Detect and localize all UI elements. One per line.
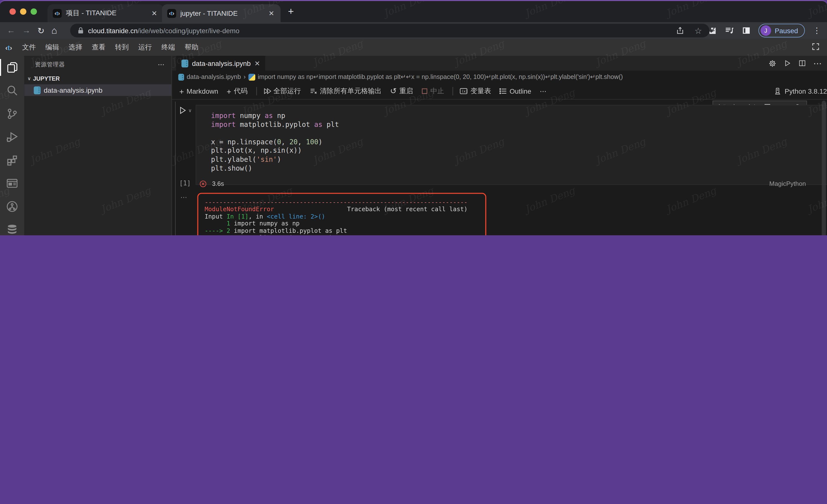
traceback-line: ----------------------------------------… bbox=[204, 199, 485, 206]
error-output: ----------------------------------------… bbox=[197, 193, 486, 235]
section-label: JUPYTER bbox=[33, 75, 60, 81]
code-line: import numpy as np bbox=[211, 112, 827, 120]
explorer-icon[interactable] bbox=[0, 56, 25, 79]
execution-time: 3.6s bbox=[212, 180, 224, 187]
menu-selection[interactable]: 选择 bbox=[64, 43, 87, 52]
lock-icon bbox=[78, 27, 84, 34]
window-close-button[interactable] bbox=[10, 8, 16, 15]
back-icon[interactable]: ← bbox=[7, 26, 15, 36]
profile-status: Paused bbox=[775, 26, 798, 35]
split-editor-icon[interactable] bbox=[798, 59, 806, 67]
execution-status: [1] 3.6s MagicPython bbox=[180, 180, 818, 190]
variables-button[interactable]: (x) 变量表 bbox=[459, 86, 491, 96]
editor-more-icon[interactable]: ⋯ bbox=[813, 58, 822, 68]
ide-logo: ‹t› bbox=[5, 44, 12, 51]
notebook-settings-gear-icon[interactable] bbox=[768, 59, 776, 67]
address-bar[interactable]: cloud.titanide.cn/ide/web/coding/jupyter… bbox=[70, 23, 709, 37]
search-icon[interactable] bbox=[0, 79, 25, 102]
editor-tab-notebook[interactable]: data-analysis.ipynb ✕ bbox=[176, 56, 265, 70]
breadcrumb-file[interactable]: data-analysis.ipynb bbox=[187, 73, 241, 80]
site-favicon: ‹t› bbox=[53, 9, 61, 17]
sidebar-toggle-icon[interactable] bbox=[742, 26, 750, 35]
new-tab-button[interactable]: + bbox=[288, 6, 294, 17]
interrupt-button[interactable]: 中止 bbox=[421, 86, 444, 96]
extensions-puzzle-icon[interactable] bbox=[708, 26, 717, 35]
output-collapse-icon[interactable]: ⋯ bbox=[181, 193, 188, 201]
ide-menubar: ‹t› 文件 编辑 选择 查看 转到 运行 终端 帮助 bbox=[0, 39, 827, 56]
outline-button[interactable]: Outline bbox=[499, 87, 531, 95]
restart-button[interactable]: ↺ 重启 bbox=[390, 86, 413, 96]
source-control-icon[interactable] bbox=[0, 102, 25, 125]
code-line: plt.show() bbox=[211, 164, 827, 173]
breadcrumb[interactable]: data-analysis.ipynb › import numpy as np… bbox=[172, 70, 827, 83]
explorer-more-icon[interactable]: ⋯ bbox=[158, 60, 165, 68]
notebook-file-icon bbox=[34, 86, 41, 94]
live-preview-icon[interactable] bbox=[0, 172, 25, 195]
forward-icon[interactable]: → bbox=[22, 26, 31, 36]
plus-icon: + bbox=[227, 87, 231, 95]
code-line: import matplotlib.pyplot as plt bbox=[211, 120, 827, 129]
traceback-line: 4 x = np.linspace(0, 20, 100) bbox=[204, 234, 485, 235]
run-options-chevron-icon[interactable]: ∨ bbox=[188, 108, 192, 113]
file-item-notebook[interactable]: data-analysis.ipynb bbox=[25, 84, 172, 96]
sidebar-section-jupyter[interactable]: ∨ JUPYTER bbox=[25, 73, 172, 84]
clear-outputs-button[interactable]: 清除所有单元格输出 bbox=[309, 86, 382, 96]
editor-scrollbar[interactable] bbox=[822, 101, 826, 235]
menu-help[interactable]: 帮助 bbox=[180, 43, 203, 52]
variables-icon: (x) bbox=[459, 88, 468, 95]
window-minimize-button[interactable] bbox=[20, 8, 26, 15]
close-tab-icon[interactable]: ✕ bbox=[267, 9, 276, 17]
cell-language[interactable]: MagicPython bbox=[769, 180, 806, 187]
python-icon bbox=[248, 73, 255, 80]
menu-view[interactable]: 查看 bbox=[87, 43, 110, 52]
toolbar-more-icon[interactable]: ⋯ bbox=[540, 87, 547, 95]
code-cell-editor[interactable]: import numpy as np import matplotlib.pyp… bbox=[196, 105, 827, 185]
menu-file[interactable]: 文件 bbox=[17, 43, 41, 52]
menu-run[interactable]: 运行 bbox=[133, 43, 156, 52]
window-zoom-button[interactable] bbox=[31, 8, 37, 15]
database-icon[interactable] bbox=[0, 218, 25, 235]
breadcrumb-symbol[interactable]: import numpy as np↵import matplotlib.pyp… bbox=[258, 73, 623, 80]
menu-edit[interactable]: 编辑 bbox=[41, 43, 64, 52]
browser-tab-title: jupyter - TITANIDE bbox=[181, 9, 263, 17]
url-path: /ide/web/coding/jupyter/live-demo bbox=[138, 26, 239, 35]
share-icon[interactable] bbox=[676, 26, 684, 35]
menu-goto[interactable]: 转到 bbox=[110, 43, 133, 52]
close-editor-icon[interactable]: ✕ bbox=[254, 59, 260, 67]
traceback-line: Input In [1], in <cell line: 2>() bbox=[204, 213, 485, 220]
svg-text:(x): (x) bbox=[461, 89, 468, 93]
run-all-icon bbox=[263, 88, 271, 95]
editor-tab-title: data-analysis.ipynb bbox=[192, 59, 251, 67]
notebook-toolbar: + Markdown + 代码 全部运行 bbox=[172, 83, 827, 100]
code-line: x = np.linspace(0, 20, 100) bbox=[211, 138, 827, 147]
run-all-button[interactable]: 全部运行 bbox=[263, 86, 301, 96]
git-graph-circle-icon[interactable] bbox=[0, 195, 25, 218]
add-markdown-button[interactable]: + Markdown bbox=[180, 87, 218, 95]
run-cell-button[interactable]: ∨ bbox=[178, 106, 192, 115]
browser-menu-kebab-icon[interactable]: ⋮ bbox=[813, 26, 821, 36]
extensions-icon[interactable] bbox=[0, 149, 25, 172]
close-tab-icon[interactable]: ✕ bbox=[150, 9, 158, 17]
fullscreen-icon[interactable] bbox=[812, 43, 820, 51]
kernel-picker[interactable]: Python 3.8.12 bbox=[774, 83, 827, 99]
browser-tab-jupyter[interactable]: ‹t› jupyter - TITANIDE ✕ bbox=[162, 4, 281, 22]
home-icon[interactable]: ⌂ bbox=[51, 25, 57, 36]
editor-area: data-analysis.ipynb ✕ ⋯ bbox=[171, 56, 827, 235]
plus-icon: + bbox=[180, 87, 184, 95]
add-code-button[interactable]: + 代码 bbox=[227, 86, 248, 96]
profile-button[interactable]: J Paused bbox=[758, 23, 805, 37]
notebook-file-icon bbox=[178, 73, 184, 80]
bookmark-star-icon[interactable]: ☆ bbox=[694, 25, 702, 36]
menu-terminal[interactable]: 终端 bbox=[156, 43, 180, 52]
kernel-icon bbox=[774, 87, 781, 95]
browser-tab-title: 项目 - TITANIDE bbox=[66, 8, 146, 18]
editor-tabbar: data-analysis.ipynb ✕ ⋯ bbox=[172, 56, 827, 70]
reload-icon[interactable]: ↻ bbox=[37, 25, 45, 36]
browser-window: ‹t› 项目 - TITANIDE ✕ ‹t› jupyter - TITANI… bbox=[0, 0, 827, 235]
media-playlist-icon[interactable] bbox=[725, 26, 734, 35]
run-all-icon[interactable] bbox=[784, 59, 791, 67]
run-debug-icon[interactable] bbox=[0, 125, 25, 149]
site-favicon: ‹t› bbox=[167, 9, 176, 17]
notebook-cells: ⋯ ∨ import numpy as np import matplotlib… bbox=[172, 100, 827, 235]
browser-tab-project[interactable]: ‹t› 项目 - TITANIDE ✕ bbox=[48, 4, 163, 22]
